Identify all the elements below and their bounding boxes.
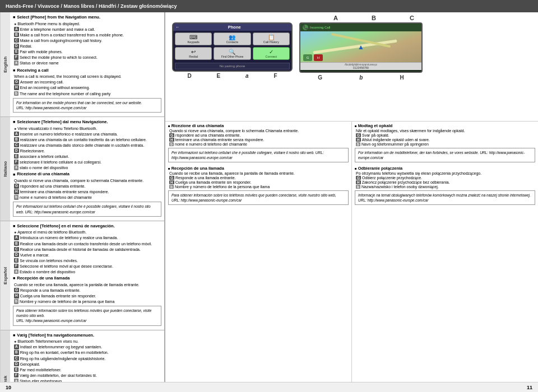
english-instructions: A Enter a telephone number and make a ca…: [13, 27, 161, 66]
connect-button[interactable]: ✓ Connect: [253, 47, 290, 60]
phone-frame-container: ← Phone ⌨ Keypads 👥 Contacts: [172, 22, 293, 119]
contacts-icon: 👥: [215, 34, 249, 40]
phone-diagram: A B C ← Phone ⌨: [165, 12, 538, 122]
espanol-tab: Español: [0, 221, 10, 330]
italiano-content: Selezionare [Telefono] dal menu Navigazi…: [10, 117, 164, 221]
phone-button-area: ⌨ Keypads 👥 Contacts 📋 Call History: [173, 31, 291, 62]
keypads-button[interactable]: ⌨ Keypads: [175, 32, 212, 45]
languages-panel: English Select [Phone] from the Navigati…: [0, 12, 165, 382]
call-history-icon: 📋: [254, 34, 288, 40]
keypads-icon: ⌨: [177, 34, 210, 40]
road-1: [313, 39, 397, 54]
keyboard-strip: Abcdefghijklmnopqrstuvwxyz 0123456789: [300, 62, 421, 70]
italiano-info-box: Per informazioni sul telefono cellulari …: [13, 202, 161, 216]
label-D: D: [187, 73, 191, 79]
english-recv-G: G Answer an incoming call.: [13, 80, 161, 85]
espanol-receiving-right: Recepción de una llamada Cuando se recib…: [168, 166, 349, 207]
no-pairing-bar: No pairing phone: [175, 63, 290, 69]
english-instr-A: A Enter a telephone number and make a ca…: [13, 27, 161, 32]
label-E: E: [217, 73, 221, 79]
english-recv-H: H End an incoming call without answering…: [13, 85, 161, 90]
espanol-receiving-section: Recepción de una llamada Cuando se recib…: [13, 276, 161, 304]
contacts-button[interactable]: 👥 Contacts: [214, 32, 251, 45]
header-title: Hands-Free / Vivavoce / Manos libres / H…: [6, 3, 177, 9]
english-instr-F: F Select the mobile phone to which to co…: [13, 55, 161, 60]
english-instr-D: D Redial.: [13, 44, 161, 49]
map-position-icon: ▲: [358, 43, 364, 51]
english-select-title: Select [Phone] from the Navigation menu.: [13, 15, 161, 20]
italiano-section: Italiano Selezionare [Telefono] dal menu…: [0, 117, 164, 221]
label-F: F: [273, 73, 277, 79]
phone-title-bar: ← Phone: [173, 24, 291, 31]
italiano-instructions: Ainserire un numero telefonico e realizz…: [13, 132, 161, 171]
incoming-call-screen: 📞 Incoming Call ▲ G H: [299, 22, 423, 73]
english-receiving-desc: When a call is received, the Incoming ca…: [13, 74, 161, 79]
italiano-receiving-right: Ricezione di una chiamata Quando si rice…: [168, 123, 349, 164]
italiano-tab: Italiano: [0, 117, 10, 221]
call-action-buttons: G H: [303, 54, 323, 61]
incoming-bar: 📞 Incoming Call: [300, 24, 421, 31]
reject-btn[interactable]: H: [314, 54, 323, 61]
right-panel: A B C ← Phone ⌨: [165, 12, 538, 382]
footer: 10 11: [0, 382, 538, 392]
answer-btn[interactable]: G: [303, 54, 312, 61]
english-content: Select [Phone] from the Navigation menu.…: [10, 12, 164, 116]
label-C-top: C: [410, 15, 414, 21]
label-b: b: [359, 74, 363, 81]
espanol-info-box: Para obtener información sobre los teléf…: [13, 306, 161, 325]
find-phone-icon: 🔍: [215, 49, 249, 55]
espanol-instructions: AIntroduzca un número de teléfono y real…: [13, 235, 161, 274]
label-B-top: B: [372, 15, 376, 21]
english-info-box: For information on the mobile phones tha…: [13, 98, 161, 113]
dansk-instructions: AIndtast en telefonnummer og begynd samt…: [13, 344, 161, 382]
espanol-section: Español Seleccione [Teléfono] en el menú…: [0, 221, 164, 330]
polski-receiving-right: Odbieranie połączenia Po otrzymaniu tele…: [355, 166, 535, 207]
content-area: English Select [Phone] from the Navigati…: [0, 12, 538, 382]
english-instr-B: B Make a call from a contact transferred…: [13, 32, 161, 38]
page-header: Hands-Free / Vivavoce / Manos libres / H…: [0, 0, 538, 12]
english-instr-E: E Pair with mobile phones.: [13, 49, 161, 54]
english-recv-b: b The name and the telephone number of c…: [13, 91, 161, 96]
connect-icon: ✓: [254, 49, 288, 55]
italiano-bt-note: ● Viene visualizzato il menu Telefono Bl…: [13, 126, 161, 131]
bottom-labels: D E a F: [172, 73, 293, 79]
english-section: English Select [Phone] from the Navigati…: [0, 12, 164, 117]
bottom-panel: Ricezione di una chiamata Quando si rice…: [165, 122, 538, 382]
english-receiving-title: Receiving a call: [13, 68, 161, 73]
dansk-section: Dansk Vælg [Telefon] fra navigationsmenu…: [0, 330, 164, 382]
diagram-labels-bottom: G b H: [299, 74, 423, 81]
label-A-top: A: [333, 15, 338, 21]
nav-screen-container: 📞 Incoming Call ▲ G H: [299, 22, 536, 119]
label-G: G: [318, 74, 322, 81]
find-other-phone-button[interactable]: 🔍 Find Other Phone: [214, 47, 251, 60]
top-labels: A B C: [333, 15, 414, 21]
dansk-tab: Dansk: [0, 330, 10, 382]
bottom-right-panel: Modtag et opkald Når et opkald modtages,…: [352, 122, 538, 382]
english-instr-a: a Status or device name: [13, 60, 161, 66]
label-a: a: [245, 73, 249, 79]
english-bluetooth-note: ● Bluetooth Phone menu is displayed.: [13, 21, 161, 26]
phone-frame: ← Phone ⌨ Keypads 👥 Contacts: [172, 22, 293, 72]
dansk-receiving-right: Modtag et opkald Når et opkald modtages,…: [355, 123, 535, 164]
english-tab: English: [0, 12, 10, 116]
label-H: H: [400, 74, 404, 81]
dansk-content: Vælg [Telefon] fra navigationsmenuen. ●B…: [10, 330, 164, 382]
espanol-content: Seleccione [Teléfono] en el menú de nave…: [10, 221, 164, 330]
phone-icon: 📞: [303, 25, 308, 30]
map-sim: ▲ G H: [300, 31, 421, 62]
page: Hands-Free / Vivavoce / Manos libres / H…: [0, 0, 538, 392]
call-history-button[interactable]: 📋 Call History: [253, 32, 290, 45]
redial-icon: ↩: [177, 49, 210, 55]
page-number-right: 11: [527, 385, 532, 390]
english-receiving-section: Receiving a call When a call is received…: [13, 68, 161, 96]
italiano-select-title: Selezionare [Telefono] dal menu Navigazi…: [13, 119, 161, 125]
page-number-left: 10: [6, 385, 11, 390]
keyboard-row-2: 0123456789: [302, 66, 420, 69]
redial-button[interactable]: ↩ Redial: [175, 47, 212, 60]
english-instr-C: C Make a call from outgoing/incoming cal…: [13, 38, 161, 43]
italiano-receiving-section: Ricezione di una chiamata Quando si rice…: [13, 171, 161, 200]
bottom-left-panel: Ricezione di una chiamata Quando si rice…: [165, 122, 352, 382]
